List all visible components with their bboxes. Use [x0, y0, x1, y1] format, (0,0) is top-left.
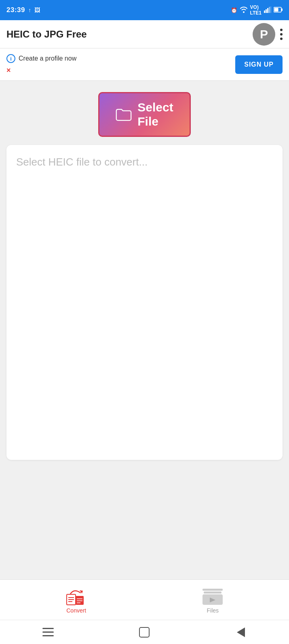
app-title: HEIC to JPG Free	[6, 29, 87, 40]
back-icon	[237, 627, 245, 637]
convert-icon-svg	[64, 585, 89, 606]
alarm-icon: ⏰	[231, 7, 237, 13]
battery-icon	[274, 7, 283, 14]
svg-rect-4	[270, 6, 271, 13]
profile-banner: i Create a profile now × SIGN UP	[0, 48, 289, 81]
info-icon: i	[6, 54, 15, 63]
convert-label: Convert	[66, 607, 86, 614]
status-icons-right: ⏰ VO)LTE1	[231, 4, 283, 16]
system-nav-bar	[0, 620, 289, 644]
recent-apps-icon	[42, 628, 54, 636]
signal-icon	[264, 6, 271, 14]
wifi-icon	[240, 6, 248, 14]
image-icon: 🖼	[34, 7, 40, 13]
bottom-nav: Convert Files	[0, 579, 289, 620]
banner-text: Create a profile now	[19, 55, 76, 62]
more-options-button[interactable]	[280, 29, 283, 40]
header-right: P	[253, 23, 283, 46]
files-icon-svg	[201, 586, 224, 606]
svg-rect-3	[269, 7, 270, 13]
sign-up-button[interactable]: SIGN UP	[235, 55, 283, 74]
svg-rect-0	[264, 10, 265, 13]
files-icon-wrapper	[201, 586, 224, 606]
status-bar: 23:39 ↑ 🖼 ⏰ VO)LTE1	[0, 0, 289, 20]
file-placeholder-text: Select HEIC file to convert...	[16, 155, 148, 169]
svg-rect-7	[281, 8, 283, 11]
main-content: Select File Select HEIC file to convert.…	[0, 81, 289, 579]
parking-icon: P	[253, 23, 275, 46]
svg-rect-1	[266, 9, 267, 13]
home-icon	[139, 627, 150, 638]
svg-rect-6	[274, 8, 278, 11]
svg-rect-17	[203, 589, 223, 591]
files-label: Files	[207, 607, 219, 614]
convert-icon-wrapper	[64, 586, 89, 606]
svg-rect-13	[76, 596, 84, 605]
status-time: 23:39	[6, 6, 25, 14]
folder-icon	[116, 107, 132, 122]
banner-info-row: i Create a profile now	[6, 54, 76, 63]
home-button[interactable]	[134, 624, 154, 640]
svg-rect-2	[267, 8, 268, 13]
lte-label: VO)LTE1	[250, 4, 262, 16]
back-button[interactable]	[231, 624, 251, 640]
recent-apps-button[interactable]	[38, 624, 58, 640]
close-banner-button[interactable]: ×	[6, 66, 76, 75]
convert-nav-item[interactable]: Convert	[8, 586, 145, 614]
select-file-button[interactable]: Select File	[98, 92, 190, 137]
svg-rect-18	[204, 592, 221, 594]
status-left: 23:39 ↑ 🖼	[6, 6, 40, 14]
upload-icon: ↑	[28, 7, 31, 13]
select-file-text: Select File	[137, 101, 173, 128]
files-nav-item[interactable]: Files	[145, 586, 281, 614]
banner-left: i Create a profile now ×	[6, 54, 76, 75]
app-header: HEIC to JPG Free P	[0, 20, 289, 48]
file-drop-area[interactable]: Select HEIC file to convert...	[6, 145, 283, 460]
